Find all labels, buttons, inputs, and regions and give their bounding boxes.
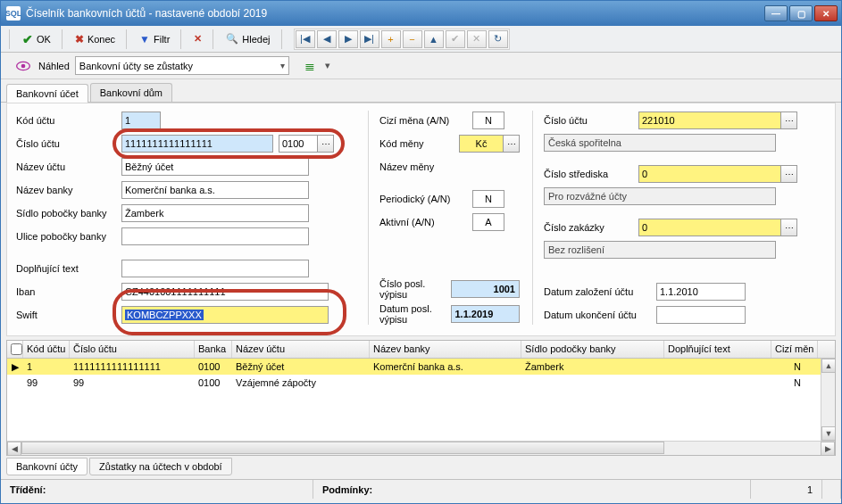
- grid-checkbox-header[interactable]: [7, 341, 23, 358]
- vertical-scrollbar[interactable]: ▲ ▼: [821, 359, 835, 441]
- lbl-ulice-pobocky: Ulice pobočky banky: [16, 231, 116, 242]
- scroll-down-icon[interactable]: ▼: [821, 426, 835, 441]
- input-cizi-mena[interactable]: [472, 112, 504, 129]
- status-podminky-label: Podmínky:: [322, 484, 372, 495]
- input-nazev-banky[interactable]: [121, 181, 309, 199]
- input-cislo-uctu[interactable]: [121, 135, 273, 153]
- input-kod-uctu[interactable]: [121, 112, 161, 129]
- cislo-strediska-picker[interactable]: ⋯: [781, 165, 797, 183]
- tab-bankovni-dum[interactable]: Bankovní dům: [90, 83, 172, 102]
- nav-cancel[interactable]: ✕: [467, 30, 487, 48]
- input-cislo-uctu-ref[interactable]: [638, 112, 781, 129]
- lbl-periodicky: Periodický (A/N): [379, 194, 467, 204]
- col-kod[interactable]: Kód účtu: [23, 341, 70, 358]
- ok-button[interactable]: ✔ OK: [16, 29, 57, 49]
- list-dropdown-icon[interactable]: ▾: [325, 60, 330, 71]
- input-periodicky[interactable]: [472, 190, 504, 208]
- filtr-label: Filtr: [154, 34, 170, 45]
- btab-bankovni-ucty[interactable]: Bankovní účty: [6, 458, 88, 475]
- cell-banka: 0100: [195, 359, 232, 374]
- input-ulice-pobocky[interactable]: [121, 227, 309, 245]
- input-cislo-zakazky[interactable]: [638, 219, 781, 236]
- scroll-right-icon[interactable]: ▶: [821, 442, 835, 456]
- input-iban[interactable]: [121, 283, 329, 301]
- preview-icon[interactable]: [13, 57, 33, 75]
- list-icon[interactable]: ≣: [300, 57, 320, 75]
- nav-edit[interactable]: ▲: [424, 30, 444, 48]
- input-datum-zalozeni[interactable]: [656, 283, 746, 301]
- cell-cislo: 1111111111111111: [70, 359, 195, 374]
- input-doplnujici[interactable]: [121, 260, 309, 277]
- titlebar: SQL Číselník bankovních účtů - nastavené…: [1, 1, 841, 26]
- konec-button[interactable]: ✖ Konec: [69, 29, 121, 49]
- lbl-cislo-uctu-ref: Číslo účtu: [544, 115, 633, 126]
- report-selector[interactable]: Bankovní účty se zůstatky ▾: [75, 56, 289, 75]
- scroll-left-icon[interactable]: ◀: [7, 442, 21, 456]
- col-dopln[interactable]: Doplňující text: [664, 341, 771, 358]
- nav-add[interactable]: +: [381, 30, 401, 48]
- cell-dopln: [664, 365, 771, 368]
- bank-code-picker[interactable]: ⋯: [318, 135, 334, 153]
- close-button[interactable]: ✕: [814, 5, 838, 21]
- report-value: Bankovní účty se zůstatky: [79, 61, 193, 71]
- col-cislo[interactable]: Číslo účtu: [70, 341, 195, 358]
- kod-meny-picker[interactable]: ⋯: [504, 135, 520, 153]
- nav-delete[interactable]: −: [403, 30, 422, 48]
- input-datum-ukonceni[interactable]: [656, 306, 746, 324]
- input-swift[interactable]: KOMBCZPPXXX: [121, 306, 329, 324]
- minimize-button[interactable]: —: [764, 5, 788, 21]
- table-row[interactable]: 99 99 0100 Vzájemné zápočty N: [7, 375, 835, 391]
- scroll-up-icon[interactable]: ▲: [821, 359, 835, 373]
- clear-x-icon: ✕: [194, 33, 202, 45]
- nav-prev[interactable]: ◀: [317, 30, 337, 48]
- col-nazev[interactable]: Název účtu: [232, 341, 370, 358]
- chevron-down-icon: ▾: [280, 61, 285, 70]
- nav-refresh[interactable]: ↻: [488, 30, 508, 48]
- col-banka[interactable]: Banka: [195, 341, 232, 358]
- lbl-nazev-meny: Název měny: [379, 161, 467, 172]
- input-sidlo-pobocky[interactable]: [121, 204, 309, 222]
- row-marker: ▶: [7, 359, 23, 375]
- nav-next[interactable]: ▶: [338, 30, 358, 48]
- cell-kod: 1: [23, 359, 70, 374]
- hledej-button[interactable]: 🔍 Hledej: [220, 29, 276, 49]
- cislo-uctu-ref-picker[interactable]: ⋯: [781, 112, 797, 129]
- nav-first[interactable]: |◀: [296, 30, 315, 48]
- nav-last[interactable]: ▶|: [360, 30, 379, 48]
- cell-kod: 99: [23, 376, 70, 390]
- cell-dopln: [664, 381, 771, 384]
- scroll-thumb[interactable]: [21, 442, 664, 454]
- input-aktivni[interactable]: [472, 213, 504, 231]
- input-nazev-uctu[interactable]: [121, 158, 309, 176]
- lbl-iban: Iban: [16, 286, 116, 297]
- main-tabs: Bankovní účet Bankovní dům: [1, 79, 841, 103]
- table-row[interactable]: ▶ 1 1111111111111111 0100 Běžný účet Kom…: [7, 359, 835, 375]
- col-sidlo[interactable]: Sídlo podočky banky: [521, 341, 664, 358]
- filtr-button[interactable]: ▼ Filtr: [133, 29, 176, 49]
- form-panel: Kód účtu Číslo účtu ⋯ Název účtu Název b…: [6, 103, 836, 336]
- tab-bankovni-ucet[interactable]: Bankovní účet: [6, 84, 88, 103]
- cell-cislo: 99: [70, 376, 195, 390]
- lbl-aktivni: Aktivní (A/N): [379, 217, 467, 227]
- cislo-zakazky-picker[interactable]: ⋯: [781, 219, 797, 236]
- col-nazev-banky[interactable]: Název banky: [370, 341, 521, 358]
- readonly-pro-rozvazne: Pro rozvážné účty: [544, 187, 776, 205]
- input-bank-code[interactable]: [279, 135, 318, 153]
- app-window: SQL Číselník bankovních účtů - nastavené…: [0, 0, 842, 504]
- col-cizi[interactable]: Cizí měn: [771, 341, 818, 358]
- input-cislo-strediska[interactable]: [638, 165, 781, 183]
- nav-post[interactable]: ✔: [446, 30, 465, 48]
- maximize-button[interactable]: ▢: [789, 5, 813, 21]
- horizontal-scrollbar[interactable]: ◀ ▶: [7, 441, 835, 455]
- lbl-kod-uctu: Kód účtu: [16, 115, 116, 126]
- svg-point-1: [21, 63, 26, 68]
- lbl-cislo-zakazky: Číslo zakázky: [544, 222, 633, 233]
- select-all-checkbox[interactable]: [11, 343, 22, 355]
- grid-body[interactable]: ▶ 1 1111111111111111 0100 Běžný účet Kom…: [7, 359, 835, 441]
- btab-zustatky[interactable]: Zůstatky na účtech v období: [89, 458, 232, 475]
- close-x-icon: ✖: [75, 33, 84, 45]
- lbl-cislo-posl-vypisu: Číslo posl. výpisu: [379, 278, 446, 300]
- clear-filter-button[interactable]: ✕: [188, 29, 208, 49]
- search-icon: 🔍: [226, 33, 238, 45]
- input-kod-meny[interactable]: [459, 135, 504, 153]
